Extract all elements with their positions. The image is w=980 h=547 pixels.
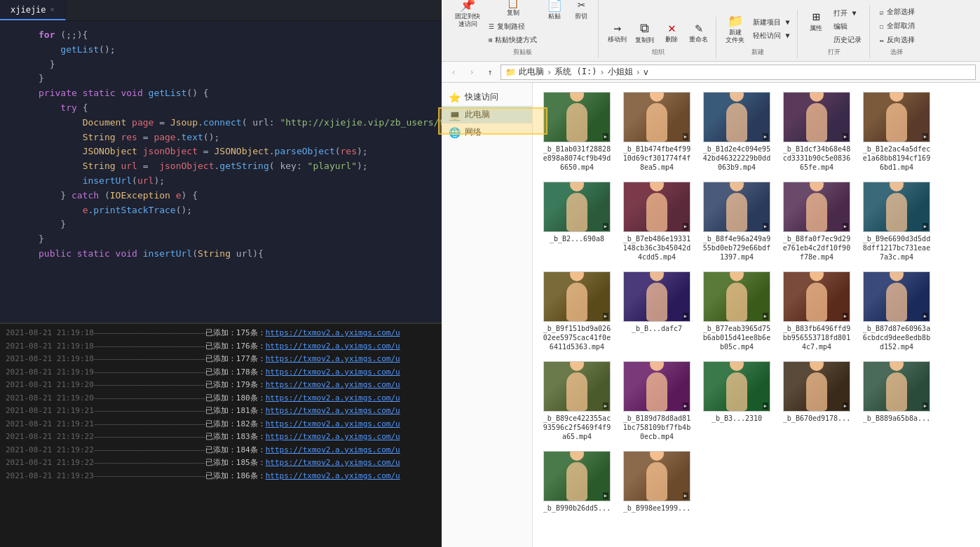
folder-icon: 📁 xyxy=(505,67,516,77)
file-thumbnail: ▶ xyxy=(783,92,850,142)
tab-xjiejie[interactable]: xjiejie × xyxy=(0,0,66,20)
paste-shortcut-button[interactable]: ⊞ 粘贴快捷方式 xyxy=(485,34,540,46)
file-item[interactable]: ▶ _b_B9e6690d3d5dd8dff1217bc731eae7a3c.m… xyxy=(858,178,935,265)
file-name: _b_B1dcf34b68e48cd3331b90c5e083665fe.mp4 xyxy=(782,144,852,172)
forward-button[interactable]: › xyxy=(464,65,479,80)
code-line: String url = jsonObject.getString( key: … xyxy=(0,159,442,174)
log-entry: 2021-08-21 21:19:18—————————————————————… xyxy=(0,340,442,353)
log-entry: 2021-08-21 21:19:23—————————————————————… xyxy=(0,470,442,483)
file-item[interactable]: ▶ _b_B83fb6496ffd9bb956553718fd8014c7.mp… xyxy=(778,268,855,355)
log-entry: 2021-08-21 21:19:20—————————————————————… xyxy=(0,392,442,405)
log-entry: 2021-08-21 21:19:22—————————————————————… xyxy=(0,457,442,470)
up-button[interactable]: ↑ xyxy=(482,65,498,80)
history-button[interactable]: 历史记录 xyxy=(830,34,865,46)
file-item[interactable]: ▶ _b_B1ab031f28828e898a8074cf9b49d6650.m… xyxy=(538,88,615,175)
code-line: } xyxy=(0,58,442,72)
file-name: _b_B2...690a8 xyxy=(550,234,604,243)
ribbon-group-new: 📁 新建文件夹 新建项目 ▼ 轻松访问 ▼ 新建 xyxy=(718,10,798,58)
file-item[interactable]: ▶ _b_B670ed9178... xyxy=(778,358,855,445)
file-item[interactable]: ▶ _b_B1d2e4c094e9542bd46322229b0dd063b9.… xyxy=(698,88,775,175)
file-name: _b_B1e2ac4a5dfece1a68bb8194cf1696bd1.mp4 xyxy=(862,144,932,172)
log-area: 2021-08-21 21:19:18—————————————————————… xyxy=(0,323,442,547)
file-item[interactable]: ▶ _b_B889a65b8a... xyxy=(858,358,935,445)
file-item[interactable]: ▶ _b_B8fa0f7ec9d29e761eb4c2df10f90f78e.m… xyxy=(778,178,855,265)
file-name: _b_B1ab031f28828e898a8074cf9b49d6650.mp4 xyxy=(542,144,612,172)
select-none-button[interactable]: ☐ 全部取消 xyxy=(876,20,918,32)
properties-button[interactable]: ⊞ 属性 xyxy=(803,7,829,46)
pin-to-quick-access-button[interactable]: 📌 固定到快速访问 xyxy=(451,0,484,30)
copy-path-button[interactable]: ☰ 复制路径 xyxy=(485,20,540,33)
new-small-buttons: 新建项目 ▼ 轻松访问 ▼ xyxy=(749,11,793,46)
clipboard-group-label: 剪贴板 xyxy=(513,48,532,57)
file-thumbnail: ▶ xyxy=(543,451,611,501)
file-item[interactable]: ▶ _b_B990b26dd5... xyxy=(538,447,615,516)
file-item[interactable]: ▶ _b_B89ce422355ac93596c2f5469f4f9a65.mp… xyxy=(538,358,615,445)
file-thumbnail: ▶ xyxy=(623,361,690,412)
file-item[interactable]: ▶ _b_B998ee1999... xyxy=(618,447,695,516)
file-thumbnail: ▶ xyxy=(543,361,611,412)
move-to-button[interactable]: → 移动到 xyxy=(604,18,630,46)
file-item[interactable]: ▶ _b_B87d87e60963a6cbdcd9dee8edb8bd152.m… xyxy=(858,268,935,355)
file-item[interactable]: ▶ _b_B1dcf34b68e48cd3331b90c5e083665fe.m… xyxy=(778,88,855,175)
file-name: _b_B77eab3965d75b6ab015d41ee8b6eb05c.mp4 xyxy=(702,324,772,351)
ribbon-group-organize: → 移动到 ⧉ 复制到 ✕ 删除 ✎ 重命名 组织 xyxy=(600,17,716,58)
open-group-label: 打开 xyxy=(828,48,841,57)
file-item[interactable]: ▶ _b_B3...2310 xyxy=(698,358,775,445)
file-item[interactable]: ▶ _b_B1e2ac4a5dfece1a68bb8194cf1696bd1.m… xyxy=(858,88,935,175)
ribbon-organize-buttons: → 移动到 ⧉ 复制到 ✕ 删除 ✎ 重命名 xyxy=(604,18,712,46)
sidebar-item-network[interactable]: 🌐 网络 xyxy=(442,123,532,141)
paste-button[interactable]: 📄 粘贴 xyxy=(542,0,567,22)
file-item[interactable]: ▶ _b_B1b474fbe4f9910d69cf301774f4f8ea5.m… xyxy=(618,88,695,175)
close-icon[interactable]: × xyxy=(50,6,55,13)
file-item[interactable]: ▶ _b_B2...690a8 xyxy=(538,178,615,265)
edit-button[interactable]: 编辑 xyxy=(830,20,865,33)
path-segment: v xyxy=(644,67,648,77)
sidebar-item-quick-access[interactable]: ⭐ 快速访问 xyxy=(442,88,532,106)
file-thumbnail: ▶ xyxy=(863,182,930,232)
address-path[interactable]: 📁 此电脑 › 系统 (I:) › 小姐姐 › v xyxy=(501,65,976,80)
file-thumbnail: ▶ xyxy=(703,182,770,232)
file-item[interactable]: ▶ _b_B9f151bd9a02602ee5975cac41f0e6411d5… xyxy=(538,268,615,355)
code-line: String res = page.text(); xyxy=(0,130,442,145)
file-name: _b_B8f4e96a249a955bd0eb729e66bdf1397.mp4 xyxy=(702,234,772,262)
sidebar-item-this-pc[interactable]: 💻 此电脑 xyxy=(442,106,532,123)
easy-access-button[interactable]: 轻松访问 ▼ xyxy=(749,29,793,42)
select-all-button[interactable]: ☑ 全部选择 xyxy=(876,6,918,18)
file-name: _b_B7eb486e19331148cb36c3b45042d4cdd5.mp… xyxy=(622,234,692,262)
code-line: insertUrl(url); xyxy=(0,174,442,189)
copy-button[interactable]: 📋 复制 xyxy=(485,0,540,19)
file-thumbnail: ▶ xyxy=(863,361,930,412)
open-button[interactable]: 打开 ▼ xyxy=(830,7,865,20)
file-name: _b_B9f151bd9a02602ee5975cac41f0e6411d536… xyxy=(542,324,612,351)
file-item[interactable]: ▶ _b_B189d78d8ad811bc758109bf7fb4b0ecb.m… xyxy=(618,358,695,445)
file-item[interactable]: ▶ _b_B...dafc7 xyxy=(618,268,695,355)
invert-selection-button[interactable]: ↔ 反向选择 xyxy=(876,34,918,46)
file-name: _b_B189d78d8ad811bc758109bf7fb4b0ecb.mp4 xyxy=(622,414,692,441)
file-explorer-panel: 📌 固定到快速访问 📋 复制 ☰ 复制路径 xyxy=(442,0,980,547)
ribbon-group-select: ☑ 全部选择 ☐ 全部取消 ↔ 反向选择 选择 xyxy=(871,4,922,58)
rename-button[interactable]: ✎ 重命名 xyxy=(686,18,712,46)
new-item-button[interactable]: 新建项目 ▼ xyxy=(749,16,793,29)
file-item[interactable]: ▶ _b_B8f4e96a249a955bd0eb729e66bdf1397.m… xyxy=(698,178,775,265)
file-name: _b_B89ce422355ac93596c2f5469f4f9a65.mp4 xyxy=(542,414,612,441)
cut-button[interactable]: ✂ 剪切 xyxy=(569,0,594,22)
copy-path-label: 复制路径 xyxy=(497,22,525,32)
copy-to-button[interactable]: ⧉ 复制到 xyxy=(632,18,658,46)
organize-group-label: 组织 xyxy=(652,48,665,57)
paste-icon: 📄 xyxy=(547,0,562,12)
file-name: _b_B990b26dd5... xyxy=(543,504,611,513)
code-line: } xyxy=(0,72,442,86)
path-segment: 系统 (I:) xyxy=(554,66,597,78)
file-name: _b_B8fa0f7ec9d29e761eb4c2df10f90f78e.mp4 xyxy=(782,234,852,262)
back-button[interactable]: ‹ xyxy=(446,65,461,80)
new-folder-button[interactable]: 📁 新建文件夹 xyxy=(722,11,748,46)
file-item[interactable]: ▶ _b_B7eb486e19331148cb36c3b45042d4cdd5.… xyxy=(618,178,695,265)
file-name: _b_B87d87e60963a6cbdcd9dee8edb8bd152.mp4 xyxy=(862,324,932,351)
file-item[interactable]: ▶ _b_B77eab3965d75b6ab015d41ee8b6eb05c.m… xyxy=(698,268,775,355)
delete-button[interactable]: ✕ 删除 xyxy=(659,18,684,46)
log-entry: 2021-08-21 21:19:20—————————————————————… xyxy=(0,379,442,392)
log-entry: 2021-08-21 21:19:19—————————————————————… xyxy=(0,366,442,379)
select-group-label: 选择 xyxy=(890,48,903,57)
file-thumbnail: ▶ xyxy=(623,271,690,322)
ribbon-clipboard-buttons: 📌 固定到快速访问 📋 复制 ☰ 复制路径 xyxy=(451,0,594,46)
